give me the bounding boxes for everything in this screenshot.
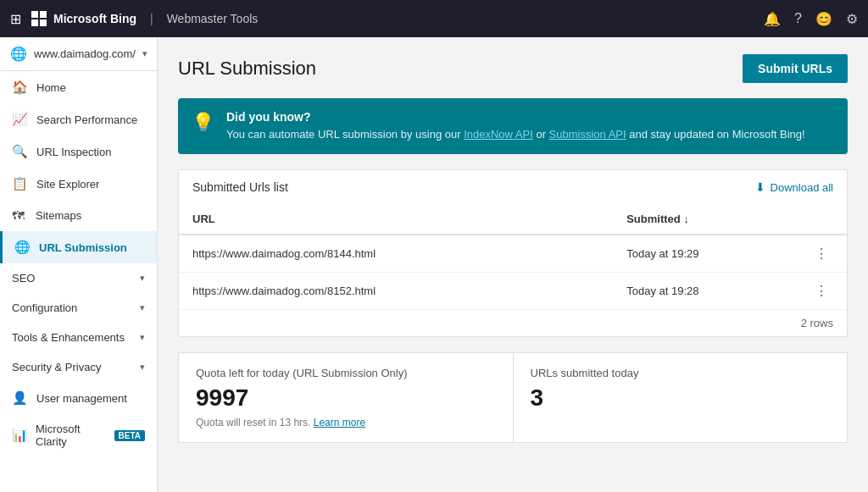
table-cell-url: https://www.daimadog.com/8144.html [179,235,613,273]
app-name: Microsoft Bing [53,12,136,25]
url-inspection-icon: 🔍 [12,144,28,159]
quota-section: Quota left for today (URL Submission Onl… [178,352,848,443]
security-chevron-icon: ▾ [140,362,145,373]
table-header-row: Submitted Urls list ⬇ Download all [179,170,847,204]
notification-icon[interactable]: 🔔 [764,11,781,27]
topbar-actions: 🔔 ? 😊 ⚙ [764,11,858,27]
quota-submitted-card: URLs submitted today 3 [513,352,849,443]
security-label: Security & Privacy [12,361,131,373]
download-all-button[interactable]: ⬇ Download all [755,180,833,194]
quota-left-card: Quota left for today (URL Submission Onl… [178,352,513,443]
sidebar-section-seo[interactable]: SEO ▾ [0,263,157,293]
site-explorer-icon: 📋 [12,176,28,191]
user-management-icon: 👤 [12,390,28,406]
url-submission-icon: 🌐 [14,240,31,255]
sidebar-item-search-performance[interactable]: 📈 Search Performance [0,103,157,135]
home-icon: 🏠 [12,80,28,95]
sidebar-item-user-management[interactable]: 👤 User management [0,382,157,414]
quota-note-text: Quota will reset in 13 hrs. [196,417,314,428]
table-row: https://www.daimadog.com/8144.html Today… [179,235,847,273]
search-performance-icon: 📈 [12,112,28,127]
rows-count: 2 rows [179,309,847,336]
table-head-row: URL Submitted ↓ [179,204,847,235]
configuration-chevron-icon: ▾ [140,302,145,313]
microsoft-clarity-icon: 📊 [12,428,27,443]
table-cell-submitted: Today at 19:29 [613,235,780,273]
sidebar-item-sitemaps[interactable]: 🗺 Sitemaps [0,200,157,231]
site-chevron-icon: ▾ [142,48,147,59]
sidebar-item-home-label: Home [36,81,66,94]
site-name: www.daimadog.com/ [34,47,136,60]
sidebar-section-tools-enhancements[interactable]: Tools & Enhancements ▾ [0,323,157,352]
learn-more-link[interactable]: Learn more [314,417,365,428]
info-text-before: You can automate URL submission by using… [226,128,464,141]
beta-badge: BETA [114,430,145,441]
settings-icon[interactable]: ⚙ [846,11,858,27]
main-layout: 🌐 www.daimadog.com/ ▾ 🏠 Home 📈 Search Pe… [0,37,868,492]
sidebar-item-user-management-label: User management [36,392,127,405]
content-area: URL Submission Submit URLs 💡 Did you kno… [158,37,868,492]
submit-urls-button[interactable]: Submit URLs [743,54,848,83]
download-icon: ⬇ [755,180,765,194]
avatar-icon[interactable]: 😊 [815,11,832,27]
table-cell-submitted: Today at 19:28 [613,273,780,310]
info-content: Did you know? You can automate URL submi… [226,110,805,142]
sidebar-item-microsoft-clarity[interactable]: 📊 Microsoft Clarity BETA [0,414,157,456]
submitted-urls-table-section: Submitted Urls list ⬇ Download all URL S… [178,169,848,337]
quota-left-note: Quota will reset in 13 hrs. Learn more [196,417,496,428]
page-title: URL Submission [178,58,316,80]
table-cell-url: https://www.daimadog.com/8152.html [179,273,613,310]
sidebar: 🌐 www.daimadog.com/ ▾ 🏠 Home 📈 Search Pe… [0,37,158,492]
sidebar-section-configuration[interactable]: Configuration ▾ [0,293,157,323]
windows-icon [31,11,47,26]
grid-icon: ⊞ [10,11,21,27]
sidebar-item-url-submission[interactable]: 🌐 URL Submission [0,231,157,263]
table-section-title: Submitted Urls list [192,180,288,194]
quota-submitted-label: URLs submitted today [531,367,831,379]
sidebar-section-security-privacy[interactable]: Security & Privacy ▾ [0,352,157,382]
column-header-actions [780,204,847,235]
tools-label: Tools & Enhancements [12,331,131,344]
lightbulb-icon: 💡 [192,112,214,134]
quota-left-label: Quota left for today (URL Submission Onl… [196,367,496,379]
configuration-label: Configuration [12,301,131,314]
sidebar-item-sitemaps-label: Sitemaps [36,209,81,222]
site-globe-icon: 🌐 [10,46,27,62]
sidebar-item-site-explorer-label: Site Explorer [36,178,99,191]
info-banner: 💡 Did you know? You can automate URL sub… [178,98,848,154]
row-menu-button-1[interactable]: ⋮ [810,281,833,301]
info-text-after: and stay updated on Microsoft Bing! [626,128,805,141]
sidebar-item-url-inspection-label: URL Inspection [36,146,111,158]
indexnow-api-link[interactable]: IndexNow API [464,128,533,141]
topbar: ⊞ Microsoft Bing | Webmaster Tools 🔔 ? 😊… [0,0,868,37]
column-header-submitted[interactable]: Submitted ↓ [613,204,780,235]
sidebar-item-url-inspection[interactable]: 🔍 URL Inspection [0,135,157,168]
submitted-urls-table: URL Submitted ↓ https://www.daimadog.com… [179,204,847,309]
seo-label: SEO [12,272,131,285]
site-selector[interactable]: 🌐 www.daimadog.com/ ▾ [0,37,157,71]
info-title: Did you know? [226,110,805,124]
table-row: https://www.daimadog.com/8152.html Today… [179,273,847,310]
info-text-middle: or [533,128,549,141]
quota-submitted-value: 3 [531,384,831,412]
info-text: You can automate URL submission by using… [226,127,805,142]
sidebar-item-microsoft-clarity-label: Microsoft Clarity [36,423,103,448]
tools-chevron-icon: ▾ [140,332,145,343]
page-header: URL Submission Submit URLs [178,54,848,83]
topbar-separator: | [150,12,153,25]
sidebar-item-url-submission-label: URL Submission [39,241,127,254]
sidebar-item-site-explorer[interactable]: 📋 Site Explorer [0,168,157,200]
seo-chevron-icon: ▾ [140,273,145,284]
submission-api-link[interactable]: Submission API [549,128,626,141]
table-cell-actions: ⋮ [780,235,847,273]
table-cell-actions: ⋮ [780,273,847,310]
row-menu-button-0[interactable]: ⋮ [810,244,833,263]
help-icon[interactable]: ? [794,11,802,26]
product-name: Webmaster Tools [167,12,259,25]
column-header-url: URL [179,204,613,235]
sidebar-item-search-performance-label: Search Performance [36,113,137,126]
download-all-label: Download all [771,181,833,194]
sidebar-item-home[interactable]: 🏠 Home [0,71,157,103]
sitemaps-icon: 🗺 [12,208,27,223]
logo-area: ⊞ Microsoft Bing | Webmaster Tools [10,11,764,27]
